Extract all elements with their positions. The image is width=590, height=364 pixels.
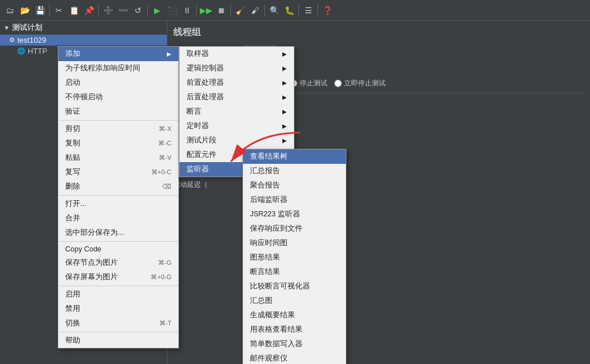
menu-item-summary-graph[interactable]: 汇总图 <box>243 294 346 308</box>
menu-item-add-listener-time[interactable]: 为子线程添加响应时间 <box>58 61 178 76</box>
menu-item-add[interactable]: 添加 ▶ <box>58 47 178 61</box>
cut-button[interactable]: ✂ <box>52 3 66 17</box>
menu-item-start-no-pause[interactable]: 不停顿启动 <box>58 90 178 104</box>
run-button[interactable]: ▶ <box>150 3 164 17</box>
gear-icon: ⚙ <box>9 36 15 44</box>
tree-root-testplan[interactable]: ▼ 测试计划 <box>0 21 167 35</box>
menu-item-copy-code[interactable]: Copy Code <box>58 243 178 256</box>
save-button[interactable]: 💾 <box>33 3 47 17</box>
rotate-button[interactable]: ↺ <box>131 3 145 17</box>
radio-stop-now[interactable]: 立即停止测试 <box>334 78 386 88</box>
tree-http-label: HTTP <box>28 47 47 55</box>
sep2 <box>98 5 99 16</box>
menu-item-backend-listener[interactable]: 后端监听器 <box>243 193 346 207</box>
sep-c <box>58 241 178 242</box>
menu-item-compare-visualizer[interactable]: 比较断言可视化器 <box>243 279 346 294</box>
tree-item-test1029[interactable]: ⚙ test1029 <box>0 35 167 46</box>
remote-run-button[interactable]: ▶▶ <box>199 3 213 17</box>
sep7 <box>298 5 299 16</box>
menu-item-paste[interactable]: 粘贴 ⌘-V <box>58 151 178 165</box>
stop-button[interactable]: ⬛ <box>165 3 179 17</box>
radio-stop-test[interactable]: 停止测试 <box>290 78 327 88</box>
menu-item-pre-processor[interactable]: 前置处理器 ▶ <box>180 76 294 90</box>
sep6 <box>264 5 265 16</box>
toolbar: 🗂 📂 💾 ✂ 📋 📌 ➕ ➖ ↺ ▶ ⬛ ⏸ ▶▶ ⏹ 🧹 🖌 🔍 🐛 ☰ ❓ <box>0 0 590 21</box>
paste-button[interactable]: 📌 <box>82 3 96 17</box>
new-button[interactable]: 🗂 <box>3 3 17 17</box>
tree-root-label: 测试计划 <box>12 22 42 33</box>
list-button[interactable]: ☰ <box>301 3 315 17</box>
menu-item-save-response[interactable]: 保存响应到文件 <box>243 222 346 236</box>
sep8 <box>318 5 318 16</box>
menu-item-logic-controller[interactable]: 逻辑控制器 ▶ <box>180 61 294 76</box>
menu-item-copy[interactable]: 复制 ⌘-C <box>58 136 178 151</box>
expand-button[interactable]: ➕ <box>101 3 115 17</box>
context-menu-1: 添加 ▶ 为子线程添加响应时间 启动 不停顿启动 验证 剪切 ⌘-X 复制 ⌘-… <box>58 46 179 348</box>
menu-item-response-time-graph[interactable]: 响应时间图 <box>243 236 346 250</box>
menu-item-save-screen-img[interactable]: 保存屏幕为图片 ⌘+0-G <box>58 270 178 284</box>
remote-stop-button[interactable]: ⏹ <box>214 3 228 17</box>
sep5 <box>230 5 231 16</box>
menu-item-duplicate[interactable]: 复写 ⌘+0-C <box>58 165 178 179</box>
sep1 <box>49 5 50 16</box>
menu-item-view-results-tree[interactable]: 查看结果树 <box>243 149 346 164</box>
startup-delay-row: 启动延迟（ <box>173 180 584 190</box>
menu-item-save-node-img[interactable]: 保存节点为图片 ⌘-G <box>58 256 178 270</box>
open-button[interactable]: 📂 <box>18 3 32 17</box>
sep4 <box>196 5 197 16</box>
menu-item-summary-report[interactable]: 汇总报告 <box>243 164 346 178</box>
http-icon: 🌐 <box>17 47 25 55</box>
menu-item-generate-summary[interactable]: 生成概要结果 <box>243 308 346 322</box>
menu-item-open[interactable]: 打开... <box>58 197 178 211</box>
menu-item-delete[interactable]: 删除 ⌫ <box>58 179 178 194</box>
menu-item-aggregate-report[interactable]: 聚合报告 <box>243 178 346 193</box>
sep-e <box>58 332 178 332</box>
menu-item-help[interactable]: 帮助 <box>58 333 178 348</box>
menu-item-jsr223-listener[interactable]: JSR223 监听器 <box>243 207 346 222</box>
menu-item-toggle[interactable]: 切换 ⌘-T <box>58 316 178 331</box>
menu-item-disable[interactable]: 禁用 <box>58 302 178 316</box>
menu-item-start[interactable]: 启动 <box>58 76 178 90</box>
menu-item-validate[interactable]: 验证 <box>58 104 178 119</box>
menu-item-simple-data-writer[interactable]: 简单数据写入器 <box>243 337 346 351</box>
pause-button[interactable]: ⏸ <box>180 3 194 17</box>
startup-delay-label: 启动延迟（ <box>173 180 242 190</box>
menu-item-test-fragment[interactable]: 测试片段 ▶ <box>180 133 294 148</box>
menu-item-cut[interactable]: 剪切 ⌘-X <box>58 122 178 136</box>
menu-item-view-results-table[interactable]: 用表格查看结果 <box>243 322 346 337</box>
brush-button[interactable]: 🖌 <box>248 3 262 17</box>
sep-a <box>58 120 178 121</box>
zoom-out-button[interactable]: 🐛 <box>282 3 296 17</box>
copy-button[interactable]: 📋 <box>67 3 81 17</box>
menu-item-assertion[interactable]: 断言 ▶ <box>180 104 294 119</box>
sep3 <box>147 5 148 16</box>
sep-b <box>58 195 178 196</box>
sep-d <box>58 286 178 286</box>
menu-item-post-processor[interactable]: 后置处理器 ▶ <box>180 90 294 104</box>
tree-item-label: test1029 <box>17 36 46 44</box>
collapse-button[interactable]: ➖ <box>116 3 130 17</box>
broom-button[interactable]: 🧹 <box>233 3 247 17</box>
panel-title: 线程组 <box>173 27 584 39</box>
testplan-icon: ▼ <box>3 24 10 31</box>
menu-item-sampler[interactable]: 取样器 ▶ <box>180 47 294 61</box>
menu-item-timer[interactable]: 定时器 ▶ <box>180 119 294 133</box>
menu-item-enable[interactable]: 启用 <box>58 287 178 302</box>
menu-item-graph-results[interactable]: 图形结果 <box>243 250 346 265</box>
menu-item-assertion-results[interactable]: 断言结果 <box>243 265 346 279</box>
menu-item-save-selection[interactable]: 选中部分保存为... <box>58 226 178 240</box>
context-menu-3: 查看结果树 汇总报告 聚合报告 后端监听器 JSR223 监听器 保存响应到文件… <box>242 149 346 364</box>
menu-item-mail-observer[interactable]: 邮件观察仪 <box>243 351 346 364</box>
menu-item-merge[interactable]: 合并 <box>58 211 178 226</box>
zoom-in-button[interactable]: 🔍 <box>267 3 281 17</box>
help-button[interactable]: ❓ <box>320 3 334 17</box>
